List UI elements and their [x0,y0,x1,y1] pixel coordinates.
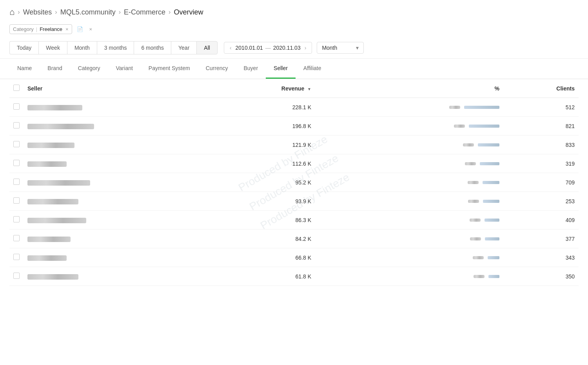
row-checkbox-cell[interactable] [9,117,24,136]
period-6months[interactable]: 6 months [134,41,171,54]
row-checkbox[interactable] [13,160,20,166]
breadcrumb-ecommerce[interactable]: E-Commerce [124,8,165,16]
table-row[interactable]: 112.6 K 319 [9,154,579,173]
period-month[interactable]: Month [67,41,97,54]
col-seller-header: Seller [24,79,202,98]
filter-close-all[interactable]: × [88,25,94,34]
breadcrumb-sep-3: › [169,9,171,16]
pct-bar-wrap [319,200,499,203]
row-pct [315,192,503,211]
seller-name-blurred [27,218,86,223]
period-year[interactable]: Year [171,41,196,54]
pct-bar-wrap [319,125,499,128]
col-revenue-header[interactable]: Revenue ▼ [202,79,315,98]
period-today[interactable]: Today [9,41,38,54]
row-checkbox[interactable] [13,103,20,110]
filter-tag-close[interactable]: × [65,26,69,32]
table-row[interactable]: 196.8 K 821 [9,117,579,136]
col-clients-header: Clients [503,79,579,98]
filter-icon-button[interactable]: 📄 [74,25,85,34]
row-checkbox-cell[interactable] [9,267,24,286]
select-all-checkbox[interactable] [13,85,20,91]
row-revenue: 121.9 K [202,136,315,154]
groupby-select[interactable]: Month ▾ [317,42,364,54]
row-checkbox[interactable] [13,179,20,185]
row-checkbox-cell[interactable] [9,229,24,248]
row-checkbox[interactable] [13,216,20,222]
breadcrumb-mql5[interactable]: MQL5.community [60,8,116,16]
date-prev-icon[interactable]: ‹ [228,44,233,52]
period-all[interactable]: All [196,41,218,54]
row-seller-name [24,154,202,173]
period-bar: Today Week Month 3 months 6 months Year … [0,37,588,59]
pct-value-blurred [454,125,465,128]
row-checkbox-cell[interactable] [9,98,24,117]
row-pct [315,267,503,286]
row-checkbox[interactable] [13,273,20,279]
row-seller-name [24,267,202,286]
breadcrumb-sep-1: › [55,9,57,16]
pct-bar [469,125,499,128]
row-checkbox-cell[interactable] [9,211,24,229]
tab-seller[interactable]: Seller [266,59,296,79]
seller-name-blurred [27,124,94,129]
table-row[interactable]: 95.2 K 709 [9,173,579,192]
seller-name-blurred [27,161,67,167]
row-revenue: 86.3 K [202,211,315,229]
table-row[interactable]: 66.8 K 343 [9,248,579,267]
tab-variant[interactable]: Variant [108,59,141,79]
pct-bar [488,256,499,259]
pct-value-blurred [473,256,484,259]
col-pct-header: % [315,79,503,98]
tab-affiliate[interactable]: Affiliate [296,59,329,79]
breadcrumb-overview: Overview [174,8,203,16]
row-checkbox-cell[interactable] [9,248,24,267]
pct-bar-wrap [319,106,499,109]
row-checkbox-cell[interactable] [9,173,24,192]
row-clients: 821 [503,117,579,136]
pct-bar-wrap [319,237,499,240]
breadcrumb-websites[interactable]: Websites [23,8,52,16]
row-checkbox-cell[interactable] [9,136,24,154]
tab-brand[interactable]: Brand [40,59,70,79]
table-row[interactable]: 228.1 K 512 [9,98,579,117]
table-wrap: Seller Revenue ▼ % Clients 228.1 K 512 [0,79,588,286]
seller-name-blurred [27,180,90,186]
period-week[interactable]: Week [38,41,67,54]
row-seller-name [24,173,202,192]
table-row[interactable]: 121.9 K 833 [9,136,579,154]
table-row[interactable]: 86.3 K 409 [9,211,579,229]
tab-buyer[interactable]: Buyer [236,59,266,79]
pct-bar [478,143,499,146]
row-pct [315,117,503,136]
row-pct [315,173,503,192]
tab-payment-system[interactable]: Payment System [141,59,198,79]
date-next-icon[interactable]: › [303,44,308,52]
period-3months[interactable]: 3 months [97,41,134,54]
tab-currency[interactable]: Currency [198,59,236,79]
row-checkbox[interactable] [13,235,20,241]
breadcrumb: ⌂ › Websites › MQL5.community › E-Commer… [0,0,588,21]
filter-bar: Category | Freelance × 📄 × [0,21,588,37]
tab-name[interactable]: Name [9,59,40,79]
row-checkbox[interactable] [13,141,20,147]
row-checkbox-cell[interactable] [9,192,24,211]
home-icon[interactable]: ⌂ [9,7,15,17]
row-revenue: 228.1 K [202,98,315,117]
date-range[interactable]: ‹ 2010.01.01 — 2020.11.03 › [224,42,312,54]
row-clients: 833 [503,136,579,154]
table-row[interactable]: 61.8 K 350 [9,267,579,286]
pct-value-blurred [470,237,481,240]
row-checkbox-cell[interactable] [9,154,24,173]
tab-category[interactable]: Category [70,59,108,79]
row-checkbox[interactable] [13,197,20,204]
pct-value-blurred [468,181,479,184]
row-revenue: 93.9 K [202,192,315,211]
row-checkbox[interactable] [13,122,20,128]
row-checkbox[interactable] [13,254,20,260]
select-all-header[interactable] [9,79,24,98]
table-row[interactable]: 84.2 K 377 [9,229,579,248]
col-tabs: Name Brand Category Variant Payment Syst… [0,59,588,79]
table-row[interactable]: 93.9 K 253 [9,192,579,211]
filter-tag-category[interactable]: Category | Freelance × [9,24,72,34]
